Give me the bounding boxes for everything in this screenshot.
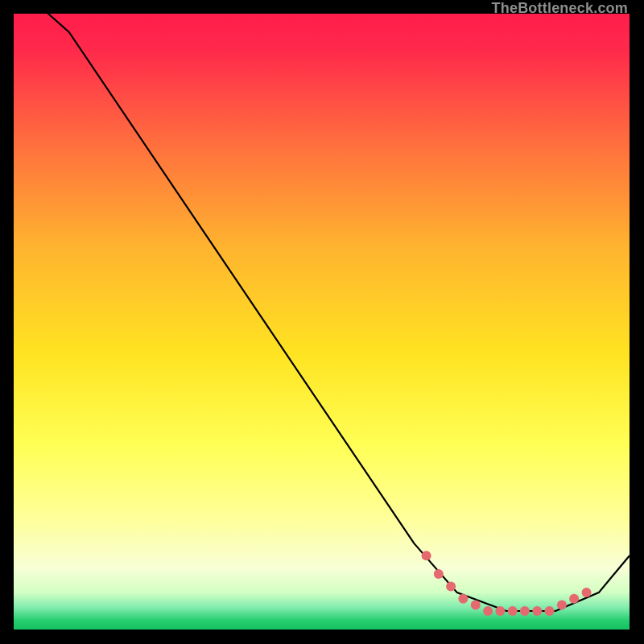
bottleneck-chart [14,14,630,630]
marker-dot [545,606,555,616]
marker-dot [483,606,493,616]
marker-dot [582,588,592,597]
marker-dot [458,594,468,604]
marker-dot [520,606,530,616]
attribution-watermark: TheBottleneck.com [492,0,628,17]
marker-dot [446,582,456,592]
marker-dot [569,594,579,604]
marker-dot [471,600,481,609]
marker-dot [422,551,431,560]
marker-dot [557,600,567,609]
gradient-background [14,14,630,630]
marker-dot [495,606,505,616]
marker-dot [532,606,542,616]
marker-dot [508,606,518,616]
marker-dot [434,569,444,579]
